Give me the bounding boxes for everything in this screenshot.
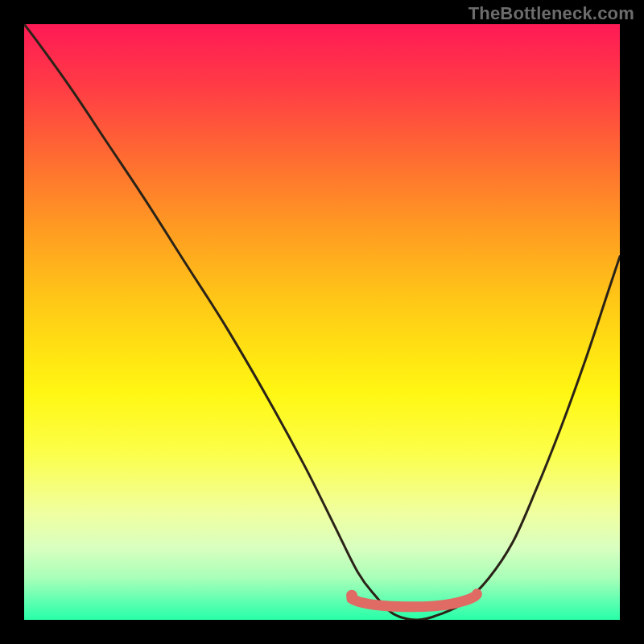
bottleneck-curve (24, 24, 620, 620)
optimal-range-start-dot (346, 590, 357, 601)
optimal-range-marker (352, 594, 477, 607)
plot-area (24, 24, 620, 620)
chart-overlay (24, 24, 620, 620)
watermark-label: TheBottleneck.com (469, 3, 634, 24)
chart-container: TheBottleneck.com (0, 0, 644, 644)
